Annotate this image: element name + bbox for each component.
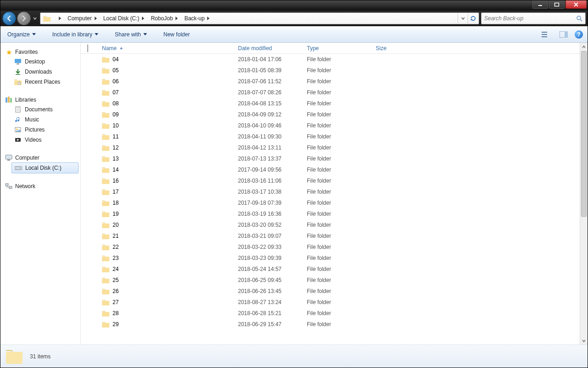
file-row[interactable]: 232018-03-23 09:39File folder xyxy=(81,253,580,264)
svg-rect-18 xyxy=(17,108,19,108)
file-row[interactable]: 282018-06-28 15:21File folder xyxy=(81,308,580,319)
file-type-cell: File folder xyxy=(303,67,372,74)
file-type-cell: File folder xyxy=(303,89,372,96)
file-row[interactable]: 042018-01-04 17:06File folder xyxy=(81,54,580,65)
search-input[interactable] xyxy=(484,15,576,22)
file-row[interactable]: 252018-06-25 09:45File folder xyxy=(81,275,580,286)
file-row[interactable]: 162018-03-16 11:06File folder xyxy=(81,175,580,186)
column-date-modified[interactable]: Date modified xyxy=(234,45,303,52)
file-date-cell: 2018-06-25 09:45 xyxy=(234,277,303,283)
file-row[interactable]: 182017-09-18 07:39File folder xyxy=(81,197,580,208)
file-row[interactable]: 272018-08-27 13:24File folder xyxy=(81,297,580,308)
file-row[interactable]: 122018-04-12 13:11File folder xyxy=(81,142,580,153)
nav-buttons xyxy=(2,12,38,25)
search-box[interactable] xyxy=(481,12,586,24)
nav-local-disk-c[interactable]: Local Disk (C:) xyxy=(11,162,79,173)
scroll-thumb[interactable] xyxy=(581,51,587,217)
file-date-cell: 2018-04-09 09:12 xyxy=(234,111,303,118)
file-row[interactable]: 142017-09-14 09:56File folder xyxy=(81,164,580,175)
preview-pane-button[interactable] xyxy=(557,29,570,40)
include-in-library-menu[interactable]: Include in library xyxy=(50,30,101,39)
history-dropdown[interactable] xyxy=(32,12,38,25)
svg-rect-43 xyxy=(102,201,109,206)
new-folder-button[interactable]: New folder xyxy=(161,30,192,39)
nav-videos[interactable]: Videos xyxy=(2,135,80,145)
file-name-cell: 24 xyxy=(98,265,234,273)
file-row[interactable]: 132018-07-13 13:37File folder xyxy=(81,153,580,164)
forward-button[interactable] xyxy=(17,12,31,25)
previous-locations-button[interactable] xyxy=(458,13,468,23)
address-bar[interactable]: Computer Local Disk (C:) RoboJob Back-up xyxy=(40,12,479,24)
nav-documents[interactable]: Documents xyxy=(2,104,80,115)
file-row[interactable]: 062018-07-06 11:52File folder xyxy=(81,76,580,87)
nav-recent-places[interactable]: Recent Places xyxy=(2,77,80,87)
scroll-up-arrow[interactable] xyxy=(580,43,588,51)
breadcrumb-item[interactable]: RoboJob xyxy=(147,13,181,24)
file-type-cell: File folder xyxy=(303,133,372,140)
file-row[interactable]: 082018-04-08 13:15File folder xyxy=(81,98,580,109)
organize-menu[interactable]: Organize xyxy=(5,30,38,39)
file-type-cell: File folder xyxy=(303,233,372,239)
file-row[interactable]: 242018-05-24 14:57File folder xyxy=(81,264,580,275)
breadcrumb-root-arrow[interactable] xyxy=(52,13,64,24)
column-type[interactable]: Type xyxy=(303,45,372,52)
help-button[interactable]: ? xyxy=(575,30,583,39)
file-name-cell: 16 xyxy=(98,177,234,184)
address-bar-buttons xyxy=(458,13,478,24)
file-name-label: 06 xyxy=(113,78,119,85)
file-date-cell: 2018-08-27 13:24 xyxy=(234,299,303,305)
file-type-cell: File folder xyxy=(303,111,372,118)
file-row[interactable]: 192018-03-19 16:36File folder xyxy=(81,208,580,219)
file-name-cell: 10 xyxy=(98,122,234,129)
navigation-pane: ★ Favorites Desktop Downloads Recent Pla… xyxy=(0,43,81,345)
back-button[interactable] xyxy=(2,12,16,25)
nav-desktop[interactable]: Desktop xyxy=(2,57,80,67)
column-size[interactable]: Size xyxy=(372,45,427,52)
file-date-cell: 2018-01-04 17:06 xyxy=(234,56,303,63)
column-checkbox[interactable] xyxy=(87,45,98,52)
maximize-button[interactable] xyxy=(549,0,565,9)
nav-favorites-header[interactable]: ★ Favorites xyxy=(2,47,80,57)
file-row[interactable]: 102018-04-10 09:46File folder xyxy=(81,120,580,131)
close-button[interactable] xyxy=(565,0,587,9)
file-row[interactable]: 262018-06-26 13:45File folder xyxy=(81,286,580,297)
view-options-button[interactable] xyxy=(540,29,553,40)
file-row[interactable]: 212018-03-21 09:07File folder xyxy=(81,230,580,242)
file-name-label: 18 xyxy=(113,200,119,206)
file-row[interactable]: 072018-07-07 08:26File folder xyxy=(81,87,580,98)
breadcrumb-item[interactable]: Computer xyxy=(64,13,100,24)
file-row[interactable]: 112018-04-11 09:30File folder xyxy=(81,131,580,142)
svg-rect-33 xyxy=(102,91,109,96)
nav-downloads[interactable]: Downloads xyxy=(2,67,80,77)
svg-rect-45 xyxy=(102,224,109,228)
share-with-menu[interactable]: Share with xyxy=(113,30,149,39)
file-row[interactable]: 092018-04-09 09:12File folder xyxy=(81,109,580,120)
nav-network-header[interactable]: Network xyxy=(2,182,80,191)
breadcrumb-item[interactable]: Back-up xyxy=(181,13,212,24)
file-row[interactable]: 202018-03-20 09:52File folder xyxy=(81,219,580,230)
file-type-cell: File folder xyxy=(303,222,372,228)
refresh-button[interactable] xyxy=(468,13,478,23)
folder-icon xyxy=(102,276,109,284)
file-row[interactable]: 222018-03-22 09:33File folder xyxy=(81,242,580,253)
folder-icon xyxy=(102,221,109,229)
file-type-cell: File folder xyxy=(303,321,372,328)
minimize-button[interactable] xyxy=(532,0,548,9)
nav-pictures[interactable]: Pictures xyxy=(2,125,80,135)
folder-icon xyxy=(102,177,109,184)
breadcrumb-item[interactable]: Local Disk (C:) xyxy=(100,13,147,24)
scroll-down-arrow[interactable] xyxy=(580,337,588,345)
file-name-cell: 13 xyxy=(98,155,234,162)
nav-libraries-header[interactable]: Libraries xyxy=(2,95,80,104)
music-icon xyxy=(14,116,22,123)
file-row[interactable]: 172018-03-17 10:38File folder xyxy=(81,186,580,197)
column-name[interactable]: Name xyxy=(98,45,234,52)
vertical-scrollbar[interactable] xyxy=(580,43,588,345)
file-row[interactable]: 292018-06-29 15:47File folder xyxy=(81,319,580,330)
column-headers: Name Date modified Type Size xyxy=(81,43,580,54)
nav-music[interactable]: Music xyxy=(2,115,80,125)
file-type-cell: File folder xyxy=(303,155,372,162)
file-date-cell: 2018-01-05 08:39 xyxy=(234,67,303,74)
nav-computer-header[interactable]: Computer xyxy=(2,153,80,162)
file-row[interactable]: 052018-01-05 08:39File folder xyxy=(81,65,580,76)
